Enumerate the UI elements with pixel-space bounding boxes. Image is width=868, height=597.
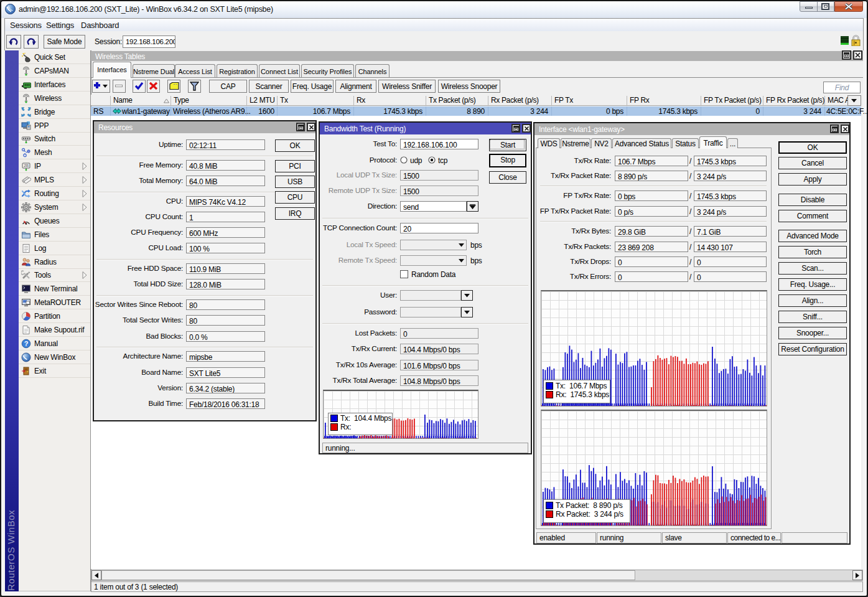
svg-text:255: 255: [24, 164, 29, 167]
svg-text:?: ?: [24, 340, 29, 347]
